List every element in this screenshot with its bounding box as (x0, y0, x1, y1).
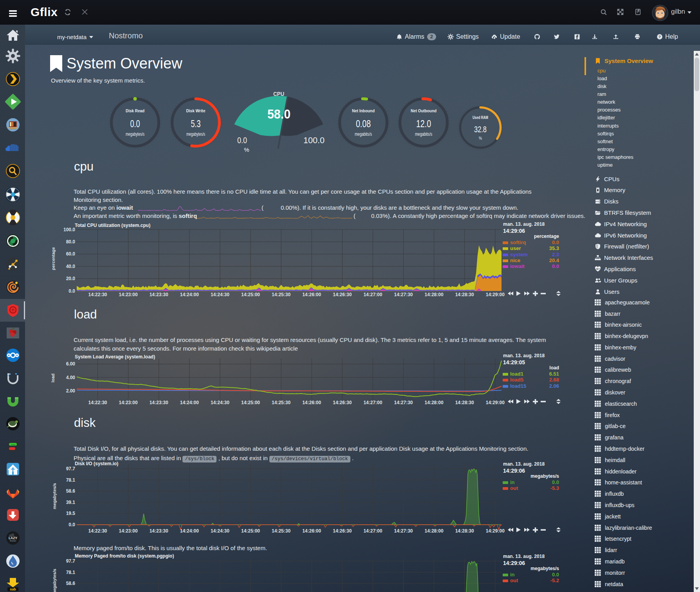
svg-text:14:28:30: 14:28:30 (455, 528, 474, 534)
svg-text:14:28:00: 14:28:00 (425, 400, 444, 405)
svg-text:14:28:00: 14:28:00 (425, 292, 444, 297)
svg-text:78.1: 78.1 (66, 477, 76, 483)
svg-text:14:27:30: 14:27:30 (394, 292, 413, 297)
svg-text:14:28:30: 14:28:30 (455, 400, 474, 405)
svg-text:14:24:00: 14:24:00 (180, 292, 199, 297)
svg-text:39.1: 39.1 (66, 500, 76, 505)
svg-text:14:25:30: 14:25:30 (272, 400, 290, 405)
svg-text:58.6: 58.6 (66, 488, 76, 494)
svg-text:14:22:30: 14:22:30 (88, 292, 107, 297)
svg-text:Disk Write: Disk Write (186, 108, 206, 113)
svg-text:80.0: 80.0 (66, 239, 76, 245)
svg-text:14:23:30: 14:23:30 (150, 400, 168, 405)
svg-text:14:25:00: 14:25:00 (241, 292, 260, 297)
svg-text:14:27:00: 14:27:00 (363, 400, 382, 405)
svg-text:14:27:00: 14:27:00 (363, 292, 382, 297)
svg-text:LAZY: LAZY (9, 536, 18, 540)
svg-text:14:29:00: 14:29:00 (486, 400, 505, 405)
svg-text:14:24:30: 14:24:30 (211, 528, 229, 534)
svg-text:20.0: 20.0 (66, 276, 76, 281)
svg-text:14:23:30: 14:23:30 (150, 528, 168, 534)
svg-text:100.0: 100.0 (303, 135, 325, 145)
svg-text:14:25:00: 14:25:00 (241, 528, 260, 534)
svg-text:14:25:30: 14:25:30 (272, 292, 290, 297)
svg-text:14:26:30: 14:26:30 (333, 400, 352, 405)
svg-text:megabytes/s: megabytes/s (186, 131, 205, 137)
svg-text:14:23:00: 14:23:00 (119, 292, 138, 297)
svg-text:Used RAM: Used RAM (473, 115, 488, 120)
svg-text:14:22:30: 14:22:30 (88, 400, 107, 405)
svg-text:5.3: 5.3 (191, 118, 201, 130)
svg-text:97.7: 97.7 (66, 558, 76, 564)
svg-text:40.0: 40.0 (66, 264, 76, 269)
svg-text:14:23:00: 14:23:00 (119, 528, 138, 534)
svg-text:14:26:00: 14:26:00 (302, 292, 321, 297)
svg-text:78.1: 78.1 (66, 570, 76, 575)
svg-text:0.0: 0.0 (69, 288, 75, 294)
svg-text:58.0: 58.0 (267, 106, 290, 121)
svg-text:Online: Online (11, 444, 16, 446)
svg-text:%: % (479, 136, 482, 140)
svg-text:Net Inbound: Net Inbound (352, 108, 375, 113)
svg-text:14:28:00: 14:28:00 (425, 528, 444, 534)
svg-text:0.0: 0.0 (69, 522, 75, 527)
svg-text:?: ? (659, 34, 661, 39)
svg-text:6.00: 6.00 (66, 361, 76, 367)
svg-text:Net Outbound: Net Outbound (411, 108, 437, 113)
svg-text:14:24:30: 14:24:30 (211, 400, 229, 405)
svg-text:14:24:00: 14:24:00 (180, 400, 199, 405)
svg-text:58.6: 58.6 (66, 581, 76, 586)
svg-text:megabits/s: megabits/s (415, 131, 432, 137)
svg-text:%: % (244, 146, 249, 153)
svg-text:megabits/s: megabits/s (355, 131, 372, 137)
svg-text:14:26:30: 14:26:30 (333, 292, 352, 297)
svg-text:14:24:30: 14:24:30 (211, 292, 229, 297)
svg-text:14:23:00: 14:23:00 (119, 400, 138, 405)
svg-text:12.0: 12.0 (416, 118, 431, 130)
svg-text:14:25:30: 14:25:30 (272, 528, 290, 534)
svg-text:14:29:00: 14:29:00 (486, 292, 505, 297)
svg-text:60.0: 60.0 (66, 251, 76, 257)
svg-text:2.00: 2.00 (66, 388, 76, 394)
svg-text:14:27:30: 14:27:30 (394, 400, 413, 405)
svg-text:19.5: 19.5 (66, 511, 76, 516)
svg-text:CPU: CPU (273, 91, 284, 97)
svg-text:14:22:30: 14:22:30 (88, 528, 107, 534)
svg-text:14:27:00: 14:27:00 (363, 528, 382, 534)
svg-text:14:26:00: 14:26:00 (302, 400, 321, 405)
svg-text:14:23:30: 14:23:30 (150, 292, 168, 297)
svg-text:sab: sab (10, 587, 16, 591)
svg-text:14:27:30: 14:27:30 (394, 528, 413, 534)
svg-text:14:29:00: 14:29:00 (486, 528, 505, 534)
svg-text:megabytes/s: megabytes/s (126, 131, 144, 137)
svg-text:32.8: 32.8 (474, 124, 487, 134)
svg-text:14:26:00: 14:26:00 (302, 528, 321, 534)
svg-text:4.00: 4.00 (66, 375, 76, 380)
svg-text:14:24:00: 14:24:00 (180, 528, 199, 534)
svg-text:librarian: librarian (10, 540, 16, 542)
svg-text:14:26:30: 14:26:30 (333, 528, 352, 534)
svg-text:100.0: 100.0 (63, 227, 75, 232)
svg-text:97.7: 97.7 (66, 466, 76, 471)
svg-text:0.08: 0.08 (356, 118, 371, 130)
svg-text:14:28:30: 14:28:30 (455, 292, 474, 297)
svg-text:0.0: 0.0 (130, 118, 140, 130)
svg-text:0.0: 0.0 (237, 135, 247, 145)
svg-text:14:25:00: 14:25:00 (241, 400, 260, 405)
svg-text:Disk Read: Disk Read (126, 108, 144, 113)
